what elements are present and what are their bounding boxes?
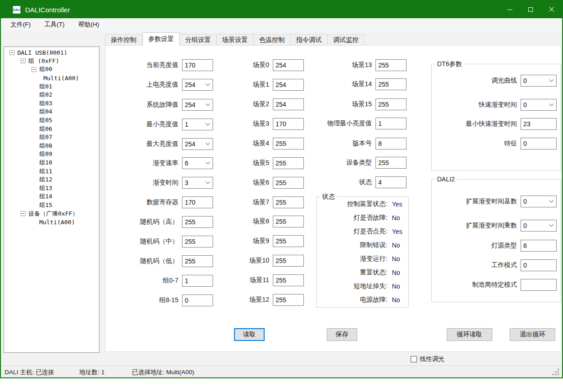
- resize-grip-icon[interactable]: [553, 369, 560, 376]
- menu-file[interactable]: 文件(F): [4, 19, 37, 31]
- field-label: 场景14: [302, 80, 375, 88]
- tree-item-multi-a00[interactable]: Multi(A00): [4, 74, 99, 83]
- scene0-input[interactable]: [273, 59, 304, 71]
- tab-command-debug[interactable]: 指令调试: [291, 34, 328, 46]
- tree-item-group02[interactable]: 组02: [4, 91, 99, 99]
- scene12-input[interactable]: [273, 294, 304, 306]
- tree-item-group01[interactable]: 组01: [4, 82, 99, 91]
- dimming-curve-select[interactable]: 0: [521, 75, 557, 87]
- scene14-input[interactable]: [375, 78, 407, 90]
- field-label: 最小快速渐变时间: [432, 120, 521, 128]
- menu-tools[interactable]: 工具(T): [37, 19, 71, 31]
- tab-parameter-settings[interactable]: 参数设置: [142, 32, 180, 46]
- ext-fade-time-multiplier-select[interactable]: 0: [521, 220, 557, 232]
- combo-value: 0: [523, 101, 527, 108]
- system-failure-level-select[interactable]: 254: [182, 99, 213, 111]
- tab-grouping-settings[interactable]: 分组设置: [180, 34, 217, 46]
- scene9-input[interactable]: [273, 235, 304, 247]
- tree-item-group07[interactable]: 组07: [4, 133, 99, 142]
- fade-time-select[interactable]: 3: [182, 177, 213, 189]
- tree-item-group14[interactable]: 组14: [4, 192, 99, 201]
- field-label: 场景13: [302, 61, 375, 69]
- tab-scene-settings[interactable]: 场景设置: [217, 34, 254, 46]
- version-number-input[interactable]: [375, 138, 407, 150]
- min-fast-fade-time-input[interactable]: [521, 118, 557, 130]
- save-button[interactable]: 保存: [327, 328, 357, 341]
- tree-item-group08[interactable]: 组08: [4, 142, 99, 150]
- collapse-icon[interactable]: [21, 211, 26, 216]
- maximize-icon: [528, 7, 533, 12]
- scene1-input[interactable]: [273, 79, 304, 91]
- tab-color-temp-control[interactable]: 色温控制: [254, 34, 291, 46]
- field-label: 场景15: [302, 100, 375, 108]
- tree-item-group09[interactable]: 组09: [4, 150, 99, 159]
- features-input[interactable]: [521, 138, 557, 150]
- scene2-input[interactable]: [273, 98, 304, 110]
- collapse-icon[interactable]: [21, 58, 26, 63]
- collapse-icon[interactable]: [10, 50, 15, 55]
- tree-item-group13[interactable]: 组13: [4, 184, 99, 193]
- field-label: 特征: [432, 139, 521, 148]
- group-8-15-input[interactable]: [182, 294, 213, 306]
- host-status: DALI 主机: 已连接: [5, 368, 54, 377]
- tree-item-group11[interactable]: 组11: [4, 167, 99, 175]
- max-level-select[interactable]: 254: [182, 138, 213, 150]
- random-code-high-input[interactable]: [182, 216, 213, 228]
- manufacturer-mode-input[interactable]: [521, 279, 557, 291]
- tree-item-multi-a00-device[interactable]: Multi(A00): [4, 218, 99, 227]
- field-label: 上电亮度值: [109, 81, 182, 89]
- tree-item-group15[interactable]: 组15: [4, 201, 99, 210]
- tree-item-dali-usb[interactable]: DALI USB(0001): [4, 48, 99, 57]
- tree-item-group04[interactable]: 组04: [4, 108, 99, 116]
- data-register-input[interactable]: [182, 196, 213, 208]
- scene5-input[interactable]: [273, 157, 304, 169]
- scene11-input[interactable]: [273, 274, 304, 286]
- combo-value: 0: [523, 77, 527, 84]
- maximize-button[interactable]: [520, 1, 541, 18]
- close-button[interactable]: [541, 1, 562, 18]
- read-button[interactable]: 读取: [234, 328, 265, 341]
- field-label: 场景6: [232, 179, 273, 187]
- scene13-input[interactable]: [375, 59, 407, 71]
- collapse-icon[interactable]: [31, 67, 36, 72]
- tree-item-device-broadcast[interactable]: 设备（广播0xFF）: [4, 209, 99, 218]
- physical-min-level-input[interactable]: [375, 118, 407, 129]
- minimize-button[interactable]: [499, 1, 520, 18]
- light-source-type-input[interactable]: [521, 240, 557, 252]
- random-code-mid-input[interactable]: [182, 236, 213, 248]
- scene8-input[interactable]: [273, 216, 304, 227]
- scene15-input[interactable]: [375, 98, 407, 110]
- device-type-input[interactable]: [375, 157, 407, 169]
- tree-item-group06[interactable]: 组06: [4, 124, 99, 133]
- tab-debug-monitor[interactable]: 调试监控: [328, 34, 365, 46]
- fade-rate-select[interactable]: 6: [182, 157, 213, 169]
- field-label: 组8-15: [109, 296, 182, 304]
- ext-fade-time-base-select[interactable]: 0: [521, 196, 557, 207]
- current-brightness-input[interactable]: [182, 59, 213, 71]
- menu-help[interactable]: 帮助(H): [72, 19, 106, 31]
- scene3-input[interactable]: [273, 118, 304, 130]
- exit-loop-button[interactable]: 退出循环: [510, 328, 555, 341]
- tree-item-group00[interactable]: 组00: [4, 65, 99, 74]
- tree-item-group12[interactable]: 组12: [4, 175, 99, 184]
- operating-mode-input[interactable]: [521, 259, 557, 271]
- scene4-input[interactable]: [273, 138, 304, 150]
- fast-fade-time-select[interactable]: 0: [521, 99, 557, 111]
- tab-operation-control[interactable]: 操作控制: [105, 34, 142, 46]
- chevron-down-icon: [206, 121, 210, 125]
- random-code-low-input[interactable]: [182, 255, 213, 267]
- scene10-input[interactable]: [273, 255, 304, 267]
- linear-dimming-checkbox[interactable]: [411, 356, 417, 362]
- scene6-input[interactable]: [273, 177, 304, 189]
- group-0-7-input[interactable]: [182, 275, 213, 287]
- tree-item-group10[interactable]: 组10: [4, 159, 99, 167]
- tree-item-group03[interactable]: 组03: [4, 99, 99, 108]
- tree-item-group-root[interactable]: 组 (0xFF): [4, 57, 99, 66]
- scene7-input[interactable]: [273, 196, 304, 208]
- power-on-level-select[interactable]: 254: [182, 79, 213, 91]
- status-value-input[interactable]: [375, 176, 407, 188]
- tree-item-group05[interactable]: 组05: [4, 116, 99, 125]
- status-label: 重置状态:: [317, 268, 387, 277]
- min-level-select[interactable]: 1: [182, 119, 213, 130]
- loop-read-button[interactable]: 循环读取: [447, 328, 492, 341]
